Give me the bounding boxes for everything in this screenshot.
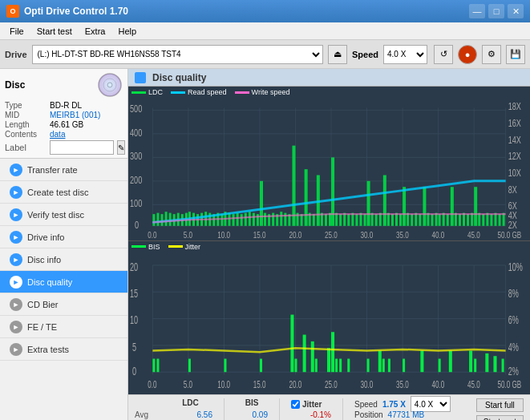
svg-rect-183 (311, 341, 314, 371)
svg-text:15.0: 15.0 (253, 378, 266, 390)
speed-selector[interactable]: 4.0 X (383, 45, 427, 64)
svg-rect-86 (305, 169, 308, 226)
svg-rect-99 (355, 214, 358, 226)
sidebar-item-cd-bier[interactable]: ► CD Bier (0, 293, 127, 316)
sidebar-item-create-test[interactable]: ► Create test disc (0, 181, 127, 204)
transfer-rate-label: Transfer rate (27, 165, 78, 175)
speed-pos-col: Speed 1.75 X 4.0 X Position 47731 MB Sam… (354, 398, 468, 420)
svg-rect-50 (160, 214, 163, 226)
svg-text:30.0: 30.0 (360, 378, 373, 390)
svg-rect-115 (419, 214, 421, 226)
svg-text:10X: 10X (508, 167, 522, 178)
svg-rect-129 (474, 187, 477, 226)
start-part-button[interactable]: Start part (476, 415, 524, 420)
ldc-values: LDC 6.56 429 5009760 (168, 398, 212, 420)
menu-start-test[interactable]: Start test (30, 25, 79, 38)
svg-text:50.0 GB: 50.0 GB (498, 229, 522, 240)
menu-help[interactable]: Help (111, 25, 143, 38)
disc-type-row: Type BD-R DL (5, 101, 123, 110)
sidebar-item-disc-quality[interactable]: ► Disc quality (0, 271, 127, 293)
svg-rect-78 (272, 213, 274, 226)
fe-te-icon: ► (10, 321, 22, 333)
svg-text:10.0: 10.0 (217, 378, 230, 390)
svg-text:4%: 4% (508, 340, 519, 353)
svg-rect-110 (399, 214, 402, 226)
svg-text:15.0: 15.0 (253, 229, 266, 240)
maximize-button[interactable]: □ (488, 4, 504, 18)
title-bar-left: O Opti Drive Control 1.70 (6, 5, 128, 18)
jitter-legend: Jitter (168, 243, 201, 251)
disc-mid-row: MID MEIRB1 (001) (5, 111, 123, 119)
sidebar-item-transfer-rate[interactable]: ► Transfer rate (0, 159, 127, 181)
eject-button[interactable]: ⏏ (328, 45, 347, 64)
svg-text:8%: 8% (508, 286, 519, 300)
cd-bier-icon: ► (10, 298, 22, 311)
menu-file[interactable]: File (3, 25, 30, 38)
svg-text:14X: 14X (508, 134, 522, 145)
svg-text:20.0: 20.0 (289, 229, 301, 240)
extra-tests-label: Extra tests (27, 345, 69, 354)
svg-rect-80 (280, 212, 282, 226)
svg-rect-116 (423, 187, 426, 226)
svg-text:500: 500 (130, 103, 142, 115)
fe-te-label: FE / TE (27, 322, 57, 332)
svg-rect-69 (237, 213, 239, 226)
svg-text:0.0: 0.0 (148, 229, 157, 240)
disc-button[interactable]: ● (458, 45, 477, 64)
svg-rect-70 (241, 214, 243, 226)
svg-rect-48 (152, 214, 155, 226)
main-layout: Disc Type BD-R DL (0, 69, 530, 420)
contents-value[interactable]: data (50, 130, 65, 139)
separator3 (342, 398, 343, 420)
start-full-button[interactable]: Start full (476, 398, 524, 412)
sidebar-item-extra-tests[interactable]: ► Extra tests (0, 338, 127, 361)
drive-selector[interactable]: (L:) HL-DT-ST BD-RE WH16NS58 TST4 (32, 45, 323, 64)
svg-text:0.0: 0.0 (148, 378, 156, 390)
svg-rect-93 (331, 157, 334, 225)
disc-icon (97, 72, 123, 98)
disc-header: Disc (5, 72, 123, 98)
drive-info-label: Drive info (27, 232, 64, 242)
save-button[interactable]: 💾 (506, 45, 525, 64)
sidebar-item-drive-info[interactable]: ► Drive info (0, 226, 127, 248)
avg-label: Avg (135, 410, 160, 419)
menu-extra[interactable]: Extra (79, 25, 112, 38)
upper-chart-svg: 500 400 300 200 100 0 18X 16X 14X 12X 10… (128, 87, 530, 240)
svg-rect-72 (249, 212, 251, 226)
stats-bar: Avg Max Total LDC 6.56 429 5009760 (128, 394, 530, 420)
label-input[interactable] (50, 140, 114, 155)
svg-rect-191 (378, 350, 382, 372)
svg-rect-108 (391, 214, 394, 226)
svg-rect-196 (439, 358, 441, 372)
svg-rect-111 (403, 187, 406, 226)
svg-rect-181 (294, 358, 297, 372)
svg-text:40.0: 40.0 (432, 378, 445, 390)
sidebar-item-verify-test[interactable]: ► Verify test disc (0, 204, 127, 226)
sidebar-item-fe-te[interactable]: ► FE / TE (0, 316, 127, 338)
settings-button[interactable]: ⚙ (482, 45, 501, 64)
speed-select[interactable]: 4.0 X (411, 396, 451, 412)
svg-rect-194 (403, 358, 405, 372)
refresh-button[interactable]: ↺ (434, 45, 453, 64)
svg-text:5.0: 5.0 (184, 378, 192, 390)
bis-legend-label: BIS (148, 243, 160, 251)
svg-rect-186 (331, 332, 334, 372)
svg-text:18X: 18X (508, 101, 522, 112)
svg-rect-127 (467, 214, 469, 226)
disc-quality-icon: ► (10, 276, 22, 289)
svg-rect-97 (347, 214, 350, 226)
length-value: 46.61 GB (50, 120, 83, 129)
minimize-button[interactable]: — (469, 4, 485, 18)
ldc-stats: Avg Max Total (135, 398, 160, 420)
svg-rect-177 (188, 358, 191, 372)
svg-text:50.0 GB: 50.0 GB (498, 378, 522, 390)
svg-rect-178 (224, 358, 226, 372)
svg-rect-65 (220, 214, 223, 226)
jitter-checkbox[interactable] (291, 400, 300, 409)
ldc-avg-row: Avg (135, 410, 160, 419)
label-edit-button[interactable]: ✎ (117, 140, 125, 155)
write-speed-legend: Write speed (235, 88, 290, 96)
close-button[interactable]: ✕ (508, 4, 524, 18)
sidebar-item-disc-info[interactable]: ► Disc info (0, 248, 127, 271)
svg-rect-195 (420, 350, 423, 372)
